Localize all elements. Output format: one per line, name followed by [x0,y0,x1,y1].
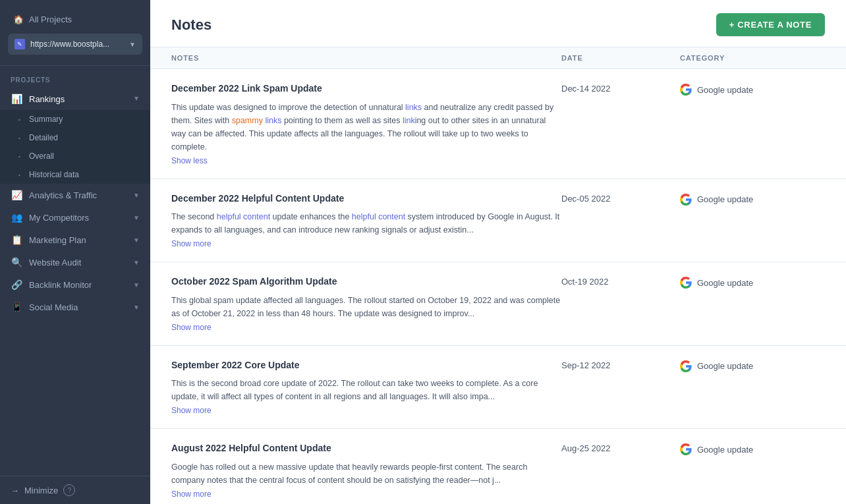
note-content-2: October 2022 Spam Algorithm Update This … [171,275,561,332]
sidebar-item-overall[interactable]: Overall [0,147,150,165]
page-header: Notes + CREATE A NOTE [150,0,846,47]
category-label-1: Google update [697,194,753,204]
note-body-1: The second helpful content update enhanc… [171,210,561,237]
col-header-date: DATE [561,54,680,62]
create-note-button[interactable]: + CREATE A NOTE [716,13,825,36]
all-projects-label: All Projects [29,14,72,24]
analytics-icon: 📈 [11,190,22,200]
note-title-3: September 2022 Core Update [171,359,561,372]
help-icon[interactable]: ? [63,484,75,496]
projects-section-label: PROJECTS [0,66,150,88]
note-category-2: Google update [680,275,825,289]
sidebar-item-historical-data[interactable]: Historical data [0,165,150,184]
project-url: https://www.boostpla... [30,40,124,49]
nav-item-rankings[interactable]: 📊 Rankings ▲ [0,88,150,110]
nav-item-backlink[interactable]: 🔗 Backlink Monitor ▼ [0,273,150,296]
note-content-4: August 2022 Helpful Content Update Googl… [171,442,561,499]
chevron-audit-icon: ▼ [133,259,140,266]
col-header-category: CATEGORY [680,54,825,62]
note-category-4: Google update [680,442,825,455]
chevron-marketing-icon: ▼ [133,237,140,244]
nav-label-rankings: Rankings [29,94,127,104]
google-logo [680,360,692,372]
category-label-3: Google update [697,361,753,371]
chevron-backlink-icon: ▼ [133,281,140,289]
note-title-0: December 2022 Link Spam Update [171,82,561,96]
table-row: August 2022 Helpful Content Update Googl… [150,429,846,504]
note-date-1: Dec-05 2022 [561,192,680,204]
show-toggle-4[interactable]: Show more [171,490,561,499]
backlink-icon: 🔗 [11,279,22,290]
col-header-notes: NOTES [171,54,561,62]
nav-item-competitors[interactable]: 👥 My Competitors ▼ [0,206,150,229]
google-logo [680,443,692,455]
chevron-social-icon: ▼ [133,304,140,311]
table-header: NOTES DATE CATEGORY [150,47,846,69]
category-label-0: Google update [697,85,753,95]
minimize-arrow-icon: → [11,486,19,495]
note-body-2: This global spam update affected all lan… [171,294,561,320]
show-toggle-1[interactable]: Show more [171,239,561,248]
note-date-0: Dec-14 2022 [561,82,680,94]
google-logo [680,84,692,96]
nav-label-competitors: My Competitors [29,213,127,223]
show-toggle-3[interactable]: Show more [171,406,561,415]
sidebar-top: 🏠 All Projects ✎ https://www.boostpla...… [0,0,150,66]
chevron-rankings-icon: ▲ [133,96,140,103]
note-title-4: August 2022 Helpful Content Update [171,442,561,455]
rankings-icon: 📊 [11,94,22,104]
google-logo [680,277,692,289]
note-title-1: December 2022 Helpful Content Update [171,192,561,206]
main-content: Notes + CREATE A NOTE NOTES DATE CATEGOR… [150,0,846,504]
note-content-0: December 2022 Link Spam Update This upda… [171,82,561,165]
note-category-3: Google update [680,359,825,372]
note-body-3: This is the second broad core update of … [171,377,561,403]
nav-label-marketing: Marketing Plan [29,235,127,245]
chevron-analytics-icon: ▼ [133,192,140,199]
audit-icon: 🔍 [11,257,22,267]
category-label-4: Google update [697,445,753,455]
rankings-subnav: Summary Detailed Overall Historical data [0,110,150,184]
competitors-icon: 👥 [11,212,22,223]
all-projects-link[interactable]: 🏠 All Projects [8,11,142,28]
sidebar: 🏠 All Projects ✎ https://www.boostpla...… [0,0,150,504]
nav-item-social[interactable]: 📱 Social Media ▼ [0,296,150,318]
marketing-icon: 📋 [11,235,22,245]
sidebar-item-detailed[interactable]: Detailed [0,128,150,147]
notes-list: December 2022 Link Spam Update This upda… [150,69,846,504]
sidebar-item-summary[interactable]: Summary [0,110,150,128]
home-icon: 🏠 [13,14,24,24]
nav-item-analytics[interactable]: 📈 Analytics & Traffic ▼ [0,184,150,206]
note-content-1: December 2022 Helpful Content Update The… [171,192,561,249]
table-row: December 2022 Helpful Content Update The… [150,179,846,263]
note-date-2: Oct-19 2022 [561,275,680,287]
note-date-3: Sep-12 2022 [561,359,680,370]
show-toggle-0[interactable]: Show less [171,156,561,165]
minimize-button[interactable]: → Minimize ? [0,476,150,504]
nav-label-social: Social Media [29,302,127,312]
nav-label-backlink: Backlink Monitor [29,280,127,290]
social-icon: 📱 [11,302,22,312]
project-selector[interactable]: ✎ https://www.boostpla... ▼ [8,34,142,55]
table-row: December 2022 Link Spam Update This upda… [150,69,846,179]
note-body-4: Google has rolled out a new massive upda… [171,461,561,487]
table-row: September 2022 Core Update This is the s… [150,346,846,430]
note-title-2: October 2022 Spam Algorithm Update [171,275,561,289]
table-row: October 2022 Spam Algorithm Update This … [150,262,846,346]
nav-item-marketing[interactable]: 📋 Marketing Plan ▼ [0,229,150,251]
page-title: Notes [171,16,212,34]
nav-item-audit[interactable]: 🔍 Website Audit ▼ [0,251,150,273]
minimize-label: Minimize [24,486,58,495]
note-body-0: This update was designed to improve the … [171,101,561,154]
chevron-down-icon: ▼ [129,41,136,48]
note-content-3: September 2022 Core Update This is the s… [171,359,561,416]
chevron-competitors-icon: ▼ [133,214,140,221]
nav-label-analytics: Analytics & Traffic [29,190,127,200]
show-toggle-2[interactable]: Show more [171,323,561,332]
google-logo [680,194,692,206]
note-category-1: Google update [680,192,825,206]
nav-label-audit: Website Audit [29,258,127,267]
note-date-4: Aug-25 2022 [561,442,680,453]
category-label-2: Google update [697,278,753,288]
project-icon: ✎ [14,39,25,49]
